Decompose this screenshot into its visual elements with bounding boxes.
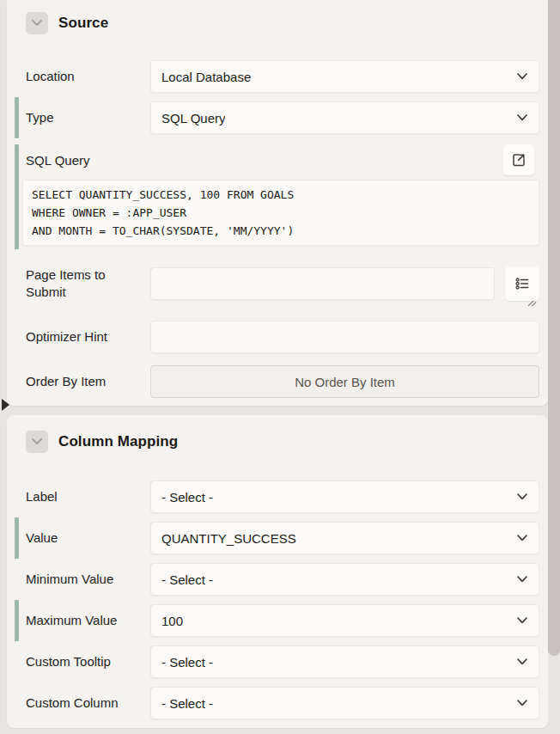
select-custom-tooltip[interactable]: - Select - [150, 645, 539, 678]
select-label[interactable]: - Select - [150, 480, 539, 513]
page-items-input[interactable] [150, 267, 495, 300]
source-section-header: Source [7, 0, 548, 34]
property-row-minimum-value: Minimum Value - Select - [7, 563, 539, 596]
open-code-editor-button[interactable] [503, 144, 534, 175]
order-by-row: Order By Item No Order By Item [7, 365, 539, 398]
select-maximum-value[interactable]: 100 [150, 604, 539, 637]
property-label: Minimum Value [26, 571, 150, 588]
collapse-source-button[interactable] [26, 12, 48, 34]
chevron-down-icon [517, 114, 527, 121]
order-by-item-button[interactable]: No Order By Item [150, 365, 539, 398]
select-value: - Select - [161, 572, 213, 587]
property-label: Maximum Value [26, 612, 150, 629]
collapse-column-mapping-button[interactable] [26, 431, 48, 453]
property-label: Custom Tooltip [26, 653, 150, 670]
property-row-value: Value QUANTITY_SUCCESS [7, 522, 539, 554]
select-location[interactable]: Local Database [150, 60, 539, 93]
source-section: Source Location Local Database Type SQL … [7, 0, 548, 406]
order-by-label: Order By Item [26, 373, 150, 390]
open-editor-icon [511, 152, 527, 168]
property-editor-panel: Source Location Local Database Type SQL … [0, 0, 560, 734]
property-row-custom-column: Custom Column - Select - [7, 687, 539, 719]
panel-splitter-handle[interactable] [2, 399, 9, 411]
select-type[interactable]: SQL Query [150, 101, 539, 134]
sql-query-textarea[interactable] [22, 180, 539, 246]
chevron-down-icon [517, 617, 527, 624]
source-section-title: Source [58, 15, 108, 32]
page-items-label: Page Items to Submit [26, 266, 150, 301]
column-mapping-section: Column Mapping Label - Select - Value QU… [7, 415, 548, 728]
select-value: 100 [161, 614, 183, 628]
select-custom-column[interactable]: - Select - [150, 687, 539, 719]
optimizer-hint-label: Optimizer Hint [26, 328, 150, 346]
chevron-down-icon [517, 493, 527, 500]
select-value: - Select - [161, 696, 213, 711]
property-row-type: Type SQL Query [7, 101, 539, 134]
sql-query-label: SQL Query [26, 153, 89, 168]
property-label: Label [26, 488, 150, 505]
property-label: Type [26, 109, 150, 126]
property-label: Location [26, 68, 150, 85]
page-items-row: Page Items to Submit [7, 263, 539, 304]
property-row-custom-tooltip: Custom Tooltip - Select - [7, 645, 539, 678]
column-mapping-title: Column Mapping [58, 433, 178, 450]
select-value: Local Database [161, 70, 251, 84]
select-value: QUANTITY_SUCCESS [161, 531, 296, 546]
chevron-down-icon [32, 20, 42, 27]
chevron-down-icon [517, 700, 527, 706]
optimizer-hint-input[interactable] [150, 321, 539, 353]
select-value: SQL Query [161, 111, 225, 125]
property-label: Value [26, 529, 150, 547]
bullet-list-icon [514, 276, 530, 291]
sql-query-group: SQL Query [22, 144, 539, 246]
property-label: Custom Column [26, 694, 150, 712]
scrollbar[interactable] [548, 0, 560, 734]
item-list-picker-button[interactable] [505, 266, 539, 301]
chevron-down-icon [517, 73, 527, 80]
select-value: - Select - [161, 655, 213, 670]
select-value: - Select - [161, 490, 213, 505]
property-row-location: Location Local Database [7, 60, 539, 93]
optimizer-hint-row: Optimizer Hint [7, 321, 539, 353]
chevron-down-icon [32, 438, 42, 445]
chevron-down-icon [517, 576, 527, 583]
select-minimum-value[interactable]: - Select - [150, 563, 539, 596]
property-row-maximum-value: Maximum Value 100 [7, 604, 539, 637]
column-mapping-header: Column Mapping [7, 415, 548, 453]
scrollbar-thumb[interactable] [548, 0, 560, 656]
chevron-down-icon [517, 535, 527, 541]
select-value[interactable]: QUANTITY_SUCCESS [150, 522, 539, 554]
chevron-down-icon [517, 658, 527, 665]
property-row-label: Label - Select - [7, 480, 539, 513]
